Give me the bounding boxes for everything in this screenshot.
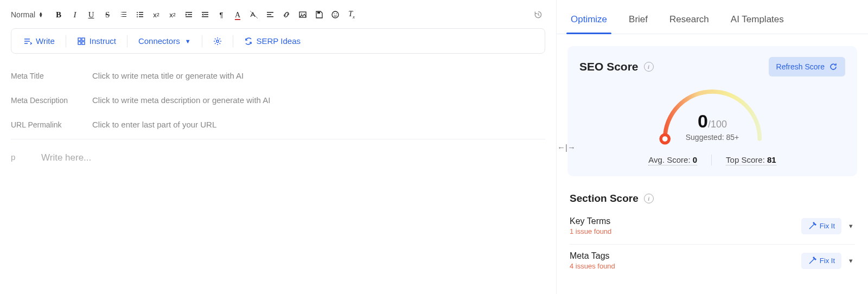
seo-score-max: /100 (708, 119, 727, 130)
formatting-toolbar: Normal ▲▼ B I U S x2 x2 ¶ A (11, 5, 545, 28)
chevron-down-icon[interactable]: ▾ (847, 220, 855, 232)
fix-it-button[interactable]: Fix It (801, 218, 841, 234)
svg-point-0 (137, 12, 138, 13)
ai-instruct-button[interactable]: Instruct (73, 33, 120, 49)
strikethrough-button[interactable]: S (100, 8, 114, 22)
subscript-button[interactable]: x2 (149, 8, 163, 22)
seo-score-card: SEO Score i Refresh Score (567, 46, 857, 176)
wand-icon (808, 222, 816, 231)
svg-point-14 (336, 14, 337, 15)
paragraph-format-label: Normal (11, 10, 35, 19)
top-score-value: 81 (767, 155, 776, 164)
image-button[interactable] (296, 8, 310, 22)
section-item-issues: 1 issue found (570, 227, 611, 235)
seo-score-title: SEO Score (579, 60, 639, 73)
paragraph-format-select[interactable]: Normal ▲▼ (11, 10, 43, 19)
tab-optimize-label: Optimize (571, 14, 607, 24)
fix-it-button[interactable]: Fix It (801, 253, 841, 269)
align-button[interactable] (263, 8, 277, 22)
serp-ideas-button[interactable]: SERP Ideas (240, 33, 305, 49)
ai-toolbar: Write Instruct Connectors ▼ SERP Ideas (11, 28, 545, 54)
section-item-meta-tags: Meta Tags 4 issues found Fix It ▾ (557, 245, 868, 277)
ai-write-button[interactable]: Write (19, 33, 59, 49)
meta-title-label: Meta Title (11, 72, 92, 80)
separator (66, 35, 66, 47)
wand-icon (808, 257, 816, 265)
underline-button[interactable]: U (84, 8, 98, 22)
refresh-score-button[interactable]: Refresh Score (769, 57, 845, 76)
svg-rect-18 (82, 42, 85, 44)
element-tag-indicator: p (11, 152, 41, 163)
text-direction-button[interactable]: ¶ (214, 8, 228, 22)
avg-score-value: 0 (693, 155, 697, 164)
ordered-list-button[interactable] (117, 8, 131, 22)
svg-rect-1 (139, 12, 143, 13)
top-score-stat: Top Score: 81 (726, 155, 776, 165)
select-updown-icon: ▲▼ (39, 12, 43, 17)
panel-resize-handle[interactable]: ←|→ (557, 143, 576, 152)
tab-ai-templates[interactable]: AI Templates (730, 9, 785, 34)
serp-ideas-label: SERP Ideas (257, 36, 301, 46)
sidebar-tabs: Optimize Brief Research AI Templates (557, 4, 868, 34)
avg-score-label: Avg. Score: (648, 155, 692, 164)
svg-point-10 (301, 14, 302, 15)
editor-body[interactable]: Write here... (41, 152, 91, 163)
svg-point-13 (334, 14, 335, 15)
svg-rect-11 (317, 12, 320, 14)
refresh-score-label: Refresh Score (776, 62, 825, 71)
emoji-button[interactable] (328, 8, 342, 22)
indent-button[interactable] (198, 8, 212, 22)
section-score-title: Section Score (570, 193, 639, 204)
bold-button[interactable]: B (52, 8, 66, 22)
tab-research-label: Research (669, 14, 709, 24)
ai-instruct-label: Instruct (90, 36, 116, 46)
tab-brief[interactable]: Brief (628, 9, 649, 34)
tab-research[interactable]: Research (668, 9, 710, 34)
italic-button[interactable]: I (68, 8, 82, 22)
meta-title-input[interactable]: Click to write meta title or generate wi… (92, 71, 244, 80)
clear-format-button[interactable]: Tx (344, 8, 359, 22)
ai-settings-button[interactable] (209, 34, 226, 49)
seo-score-suggested: Suggested: 85+ (650, 133, 775, 142)
tab-optimize[interactable]: Optimize (570, 9, 608, 34)
svg-rect-5 (139, 16, 143, 17)
save-button[interactable] (312, 8, 326, 22)
history-icon[interactable] (531, 8, 545, 22)
separator (202, 35, 202, 47)
link-button[interactable] (279, 8, 293, 22)
svg-rect-7 (267, 14, 271, 15)
meta-description-input[interactable]: Click to write meta description or gener… (92, 95, 270, 105)
svg-rect-6 (267, 12, 273, 13)
url-permalink-label: URL Permalink (11, 120, 92, 129)
text-color-button[interactable]: A (231, 8, 245, 22)
svg-point-19 (216, 40, 218, 42)
unordered-list-button[interactable] (133, 8, 147, 22)
meta-description-label: Meta Description (11, 96, 92, 105)
fix-it-label: Fix It (820, 257, 835, 265)
seo-score-value: 0 (698, 111, 708, 131)
svg-rect-3 (139, 14, 143, 15)
info-icon[interactable]: i (644, 62, 654, 72)
superscript-button[interactable]: x2 (165, 8, 180, 22)
svg-point-4 (137, 16, 138, 17)
svg-rect-17 (78, 42, 81, 44)
section-item-key-terms: Key Terms 1 issue found Fix It ▾ (557, 210, 868, 242)
avg-score-stat: Avg. Score: 0 (648, 155, 697, 165)
fix-it-label: Fix It (820, 222, 835, 230)
section-item-name: Meta Tags (570, 251, 615, 261)
top-score-label: Top Score: (726, 155, 767, 164)
svg-rect-16 (82, 38, 85, 41)
chevron-down-icon[interactable]: ▾ (847, 254, 855, 267)
outdent-button[interactable] (182, 8, 196, 22)
separator (233, 35, 233, 47)
ai-write-label: Write (36, 36, 55, 46)
highlight-color-button[interactable] (247, 8, 261, 22)
tab-brief-label: Brief (629, 14, 648, 24)
seo-score-gauge: 0/100 Suggested: 85+ (650, 80, 775, 145)
ai-connectors-button[interactable]: Connectors ▼ (134, 33, 195, 49)
info-icon[interactable]: i (644, 194, 654, 203)
svg-point-2 (137, 14, 138, 15)
separator (711, 155, 712, 165)
url-permalink-input[interactable]: Click to enter last part of your URL (92, 120, 216, 129)
svg-point-12 (332, 11, 339, 18)
